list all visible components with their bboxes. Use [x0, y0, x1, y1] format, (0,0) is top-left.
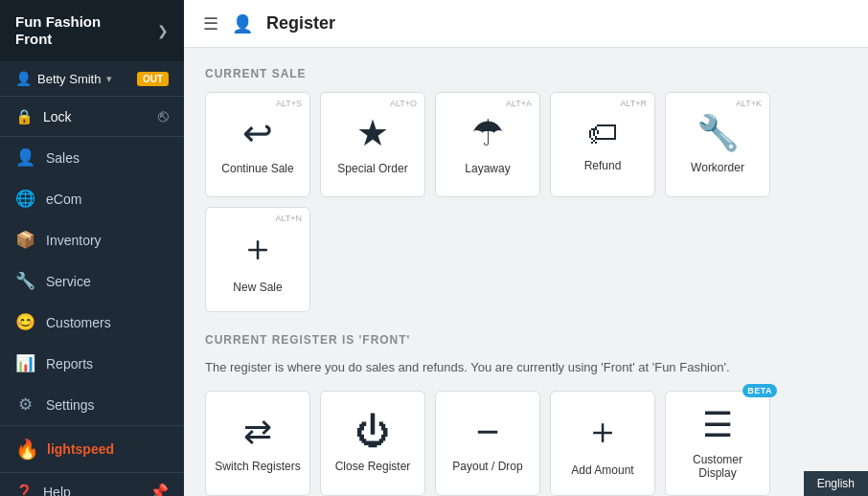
- layaway-shortcut: ALT+A: [506, 99, 532, 108]
- user-icon: 👤: [15, 71, 32, 86]
- sidebar-user-chevron-icon: ▾: [106, 73, 112, 85]
- sidebar: Fun Fashion Front ❯ 👤 Betty Smith ▾ OUT …: [0, 0, 184, 496]
- beta-badge: BETA: [742, 384, 777, 397]
- sidebar-item-label: Sales: [46, 150, 80, 166]
- sidebar-username: Betty Smith: [37, 72, 101, 86]
- sidebar-item-service[interactable]: 🔧 Service: [0, 260, 184, 302]
- sidebar-item-label: Inventory: [46, 233, 102, 248]
- help-label: Help: [43, 485, 71, 497]
- sidebar-help-row[interactable]: ❓ Help 📌: [0, 472, 184, 496]
- sidebar-item-inventory[interactable]: 📦 Inventory: [0, 219, 184, 260]
- close-register-label: Close Register: [335, 460, 411, 473]
- special-order-icon: ★: [356, 112, 389, 154]
- switch-registers-label: Switch Registers: [215, 460, 300, 473]
- new-sale-icon: ＋: [240, 224, 276, 273]
- lightspeed-label: lightspeed: [47, 441, 114, 457]
- refund-card[interactable]: ALT+R 🏷 Refund: [550, 92, 655, 197]
- sidebar-item-label: eCom: [46, 192, 81, 207]
- refund-icon: 🏷: [587, 116, 618, 151]
- sidebar-item-settings[interactable]: ⚙ Settings: [0, 384, 184, 425]
- current-register-section: CURRENT REGISTER IS 'FRONT' The register…: [205, 333, 847, 496]
- customers-icon: 😊: [15, 312, 34, 332]
- refund-shortcut: ALT+R: [620, 99, 647, 108]
- main-content-area: CURRENT SALE ALT+S ↩ Continue Sale ALT+O…: [184, 48, 868, 496]
- sidebar-item-sales[interactable]: 👤 Sales: [0, 137, 184, 178]
- ecom-icon: 🌐: [15, 189, 34, 209]
- current-sale-section: CURRENT SALE ALT+S ↩ Continue Sale ALT+O…: [205, 67, 847, 312]
- sidebar-item-customers[interactable]: 😊 Customers: [0, 302, 184, 343]
- register-page-icon: 👤: [232, 13, 253, 34]
- sidebar-logo[interactable]: Fun Fashion Front ❯: [0, 0, 184, 61]
- register-info-text: The register is where you do sales and r…: [205, 358, 847, 377]
- close-register-card[interactable]: ⏻ Close Register: [320, 391, 425, 496]
- add-amount-card[interactable]: ＋ Add Amount: [550, 391, 655, 496]
- payout-drop-icon: −: [476, 412, 500, 452]
- sidebar-item-label: Settings: [46, 397, 95, 413]
- close-register-icon: ⏻: [355, 412, 390, 452]
- special-order-card[interactable]: ALT+O ★ Special Order: [320, 92, 425, 197]
- workorder-icon: 🔧: [697, 113, 740, 153]
- sidebar-user-row[interactable]: 👤 Betty Smith ▾ OUT: [0, 61, 184, 97]
- continue-sale-label: Continue Sale: [221, 162, 293, 175]
- main-content: ☰ 👤 Register CURRENT SALE ALT+S ↩ Contin…: [184, 0, 868, 496]
- switch-registers-icon: ⇄: [243, 412, 272, 452]
- lightspeed-logo: 🔥 lightspeed: [15, 438, 114, 461]
- sidebar-user-info: 👤 Betty Smith ▾: [15, 71, 112, 86]
- workorder-label: Workorder: [691, 161, 744, 174]
- lock-icon: 🔒: [15, 108, 34, 125]
- special-order-shortcut: ALT+O: [390, 99, 417, 108]
- reports-icon: 📊: [15, 353, 34, 373]
- sidebar-item-ecom[interactable]: 🌐 eCom: [0, 178, 184, 219]
- workorder-card[interactable]: ALT+K 🔧 Workorder: [665, 92, 770, 197]
- topbar: ☰ 👤 Register: [184, 0, 868, 48]
- language-button[interactable]: English: [804, 471, 868, 496]
- sidebar-logo-text: Fun Fashion Front: [15, 13, 101, 48]
- sidebar-footer: 🔥 lightspeed: [0, 425, 184, 472]
- inventory-icon: 📦: [15, 230, 34, 250]
- sidebar-item-label: Customers: [46, 315, 111, 330]
- pin-icon[interactable]: 📌: [149, 483, 169, 496]
- service-icon: 🔧: [15, 271, 34, 291]
- layaway-icon: ☂: [471, 112, 504, 154]
- layaway-label: Layaway: [465, 162, 510, 175]
- payout-drop-card[interactable]: − Payout / Drop: [435, 391, 540, 496]
- sidebar-expand-icon[interactable]: ❯: [157, 23, 169, 38]
- continue-sale-card[interactable]: ALT+S ↩ Continue Sale: [205, 92, 310, 197]
- page-title: Register: [266, 13, 335, 34]
- new-sale-label: New Sale: [233, 281, 282, 294]
- sidebar-lock-row[interactable]: 🔒 Lock ⎋: [0, 97, 184, 137]
- settings-icon: ⚙: [15, 395, 34, 415]
- customer-display-card[interactable]: BETA ☰ Customer Display: [665, 391, 770, 496]
- lightspeed-flame-icon: 🔥: [15, 438, 39, 461]
- continue-sale-icon: ↩: [242, 112, 273, 154]
- continue-sale-shortcut: ALT+S: [276, 99, 302, 108]
- sidebar-help-left: ❓ Help: [15, 484, 71, 497]
- logout-icon[interactable]: ⎋: [158, 106, 169, 126]
- sidebar-item-reports[interactable]: 📊 Reports: [0, 343, 184, 384]
- out-badge: OUT: [137, 72, 169, 86]
- new-sale-shortcut: ALT+N: [275, 214, 302, 223]
- current-register-cards: ⇄ Switch Registers ⏻ Close Register − Pa…: [205, 391, 847, 496]
- sidebar-item-label: Reports: [46, 356, 93, 372]
- help-icon: ❓: [15, 484, 34, 497]
- hamburger-menu-icon[interactable]: ☰: [203, 13, 218, 34]
- current-register-title: CURRENT REGISTER IS 'FRONT': [205, 333, 847, 347]
- switch-registers-card[interactable]: ⇄ Switch Registers: [205, 391, 310, 496]
- sidebar-item-label: Service: [46, 274, 91, 289]
- new-sale-card[interactable]: ALT+N ＋ New Sale: [205, 207, 310, 312]
- workorder-shortcut: ALT+K: [736, 99, 762, 108]
- customer-display-icon: ☰: [702, 405, 733, 445]
- customer-display-label: Customer Display: [674, 453, 762, 480]
- current-sale-cards: ALT+S ↩ Continue Sale ALT+O ★ Special Or…: [205, 92, 847, 312]
- layaway-card[interactable]: ALT+A ☂ Layaway: [435, 92, 540, 197]
- add-amount-icon: ＋: [584, 407, 621, 456]
- current-sale-title: CURRENT SALE: [205, 67, 847, 80]
- special-order-label: Special Order: [337, 162, 407, 175]
- refund-label: Refund: [584, 159, 622, 172]
- sales-icon: 👤: [15, 147, 34, 168]
- lock-label: Lock: [43, 109, 72, 124]
- add-amount-label: Add Amount: [571, 463, 633, 477]
- sidebar-nav: 👤 Sales 🌐 eCom 📦 Inventory 🔧 Service 😊 C…: [0, 137, 184, 425]
- payout-drop-label: Payout / Drop: [452, 460, 522, 473]
